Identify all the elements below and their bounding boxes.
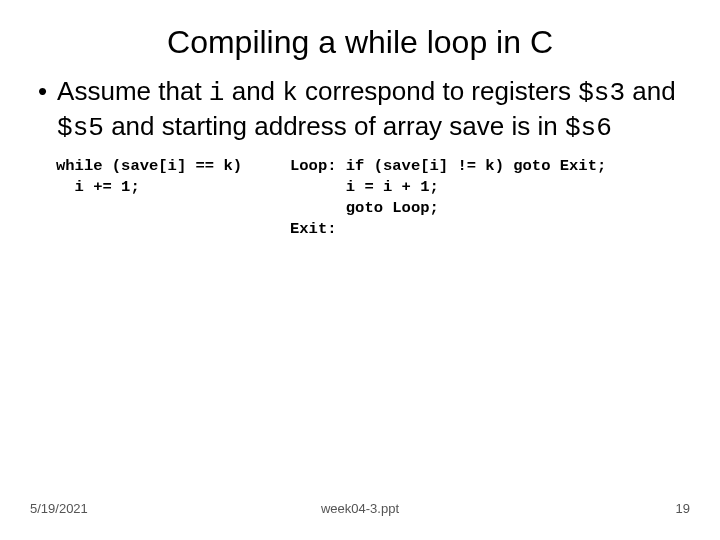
bullet-text: Assume that i and k correspond to regist… [57, 75, 690, 144]
bullet-dot: • [38, 75, 47, 108]
slide-title: Compiling a while loop in C [30, 24, 690, 61]
bullet-item: • Assume that i and k correspond to regi… [38, 75, 690, 144]
code-s3: $s3 [578, 78, 625, 108]
footer-file: week04-3.ppt [30, 501, 690, 516]
code-area: while (save[i] == k) i += 1; Loop: if (s… [30, 156, 690, 240]
code-left: while (save[i] == k) i += 1; [30, 156, 290, 240]
txt-mid3: and [625, 76, 676, 106]
footer: 5/19/2021 week04-3.ppt 19 [30, 501, 690, 516]
txt-mid1: and [224, 76, 282, 106]
footer-date: 5/19/2021 [30, 501, 88, 516]
txt-mid4: and starting address of array save is in [104, 111, 565, 141]
code-s5: $s5 [57, 113, 104, 143]
code-i: i [209, 78, 225, 108]
slide: Compiling a while loop in C • Assume tha… [0, 0, 720, 540]
code-k: k [282, 78, 298, 108]
txt-mid2: correspond to registers [298, 76, 578, 106]
txt-pre: Assume that [57, 76, 209, 106]
code-right: Loop: if (save[i] != k) goto Exit; i = i… [290, 156, 690, 240]
code-s6: $s6 [565, 113, 612, 143]
footer-page: 19 [676, 501, 690, 516]
